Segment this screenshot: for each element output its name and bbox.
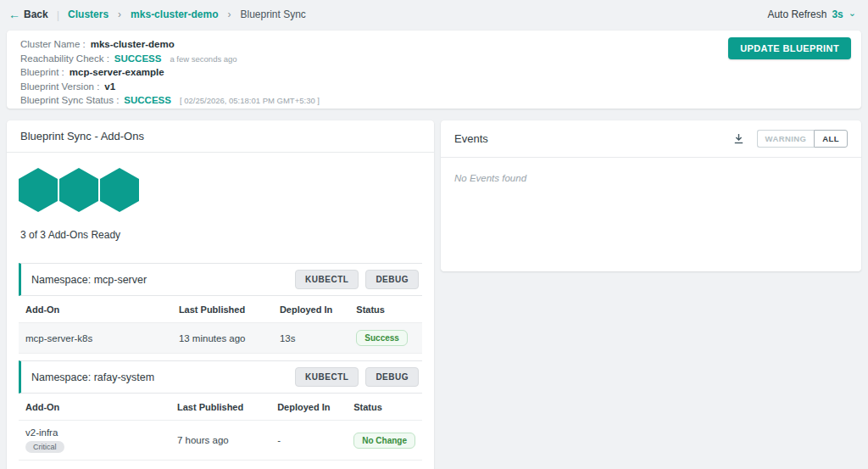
table-row: v2-infra Critical 7 hours ago - No Chang…: [19, 421, 422, 461]
cluster-info-card: Cluster Name : mks-cluster-demo Reachabi…: [7, 31, 861, 109]
deployed-in-cell: -: [270, 461, 347, 469]
breadcrumb-separator: ›: [115, 8, 124, 20]
status-badge: No Change: [353, 433, 415, 449]
addon-name-cell: v2-infra Critical: [19, 421, 170, 461]
sync-status-label: Blueprint Sync Status :: [20, 95, 119, 105]
reachability-time: a few seconds ago: [170, 54, 236, 64]
column-header-last-published: Last Published: [172, 296, 273, 323]
deployed-in-cell: 13s: [273, 323, 349, 354]
breadcrumb-cluster-link[interactable]: mks-cluster-demo: [131, 8, 218, 20]
table-row: v2-edge-client Critical 7 hours ago - No…: [19, 461, 422, 469]
last-published-cell: 13 minutes ago: [172, 323, 273, 354]
cluster-name-label: Cluster Name :: [20, 39, 86, 49]
addons-panel: Blueprint Sync - Add-Ons 3 of 3 Add-Ons …: [7, 120, 434, 469]
last-published-cell: 7 hours ago: [170, 421, 270, 461]
auto-refresh-value[interactable]: 3s: [832, 8, 843, 20]
events-panel-title: Events: [454, 132, 488, 145]
addon-table-header-row: Add-On Last Published Deployed In Status: [19, 394, 422, 421]
events-panel-body: No Events found: [441, 158, 861, 271]
cluster-name-value: mks-cluster-demo: [91, 39, 175, 49]
filter-warning-button[interactable]: WARNING: [757, 130, 815, 148]
namespace-section-rafay-system: Namespace: rafay-system KUBECTL DEBUG Ad…: [19, 360, 422, 469]
topbar-divider: |: [55, 8, 61, 21]
breadcrumb: ← Back | Clusters › mks-cluster-demo › B…: [8, 8, 306, 21]
column-header-addon: Add-On: [19, 296, 172, 323]
addon-name-cell: mcp-server-k8s: [19, 323, 172, 354]
namespace-title: Namespace: mcp-server: [31, 274, 147, 286]
critical-tag-badge: Critical: [25, 441, 64, 453]
back-button[interactable]: ← Back: [8, 8, 48, 20]
addons-panel-header: Blueprint Sync - Add-Ons: [7, 120, 434, 153]
reachability-label: Reachability Check :: [20, 53, 109, 64]
reachability-row: Reachability Check : SUCCESS a few secon…: [20, 53, 848, 64]
events-panel: Events WARNING ALL No Events found: [441, 120, 861, 271]
breadcrumb-clusters-link[interactable]: Clusters: [68, 8, 108, 20]
column-header-status: Status: [349, 296, 422, 323]
namespace-header: Namespace: mcp-server KUBECTL DEBUG: [19, 263, 422, 296]
column-header-last-published: Last Published: [170, 394, 270, 421]
sync-status-badge: SUCCESS: [124, 95, 171, 105]
addon-table: Add-On Last Published Deployed In Status…: [19, 394, 422, 469]
chevron-down-icon[interactable]: ⌄: [849, 8, 856, 18]
update-blueprint-button[interactable]: UPDATE BLUEPRINT: [728, 37, 851, 59]
last-published-cell: 7 hours ago: [170, 461, 270, 469]
main-content: Blueprint Sync - Add-Ons 3 of 3 Add-Ons …: [7, 120, 861, 469]
debug-button[interactable]: DEBUG: [365, 270, 419, 289]
addons-panel-body: 3 of 3 Add-Ons Ready Namespace: mcp-serv…: [7, 153, 434, 469]
status-badge: Success: [356, 330, 408, 346]
addon-table: Add-On Last Published Deployed In Status…: [19, 296, 422, 354]
cluster-name-row: Cluster Name : mks-cluster-demo: [20, 39, 848, 49]
topbar: ← Back | Clusters › mks-cluster-demo › B…: [0, 0, 868, 29]
addon-hexagon-icon[interactable]: [100, 168, 139, 212]
back-label: Back: [24, 8, 48, 20]
namespace-header: Namespace: rafay-system KUBECTL DEBUG: [19, 360, 422, 394]
addon-table-header-row: Add-On Last Published Deployed In Status: [19, 296, 422, 323]
blueprint-value: mcp-server-example: [70, 67, 164, 77]
addon-name-cell: v2-edge-client Critical: [19, 461, 170, 469]
blueprint-version-label: Blueprint Version :: [20, 81, 99, 92]
back-arrow-icon: ←: [8, 8, 20, 20]
reachability-status-badge: SUCCESS: [114, 53, 162, 64]
blueprint-label: Blueprint :: [20, 67, 64, 77]
namespace-section-mcp-server: Namespace: mcp-server KUBECTL DEBUG Add-…: [19, 263, 422, 354]
blueprint-row: Blueprint : mcp-server-example: [20, 67, 848, 77]
addon-hexagon-icon[interactable]: [59, 168, 98, 212]
download-events-button[interactable]: [732, 132, 745, 145]
addon-hexagons: [19, 168, 422, 212]
namespace-title: Namespace: rafay-system: [31, 371, 154, 383]
events-panel-header: Events WARNING ALL: [441, 120, 861, 158]
addons-ready-text: 3 of 3 Add-Ons Ready: [20, 229, 422, 241]
addon-name: v2-infra: [25, 427, 164, 438]
column-header-deployed-in: Deployed In: [273, 296, 349, 323]
addon-hexagon-icon[interactable]: [19, 168, 58, 212]
auto-refresh-label: Auto Refresh: [767, 8, 826, 20]
events-filter-toggle: WARNING ALL: [757, 130, 848, 148]
sync-status-row: Blueprint Sync Status : SUCCESS [ 02/25/…: [20, 95, 848, 105]
filter-all-button[interactable]: ALL: [814, 130, 848, 148]
kubectl-button[interactable]: KUBECTL: [295, 367, 359, 387]
auto-refresh-control[interactable]: Auto Refresh 3s ⌄: [767, 8, 856, 20]
blueprint-version-row: Blueprint Version : v1: [20, 81, 848, 92]
breadcrumb-separator: ›: [225, 8, 233, 20]
namespace-actions: KUBECTL DEBUG: [295, 270, 419, 289]
deployed-in-cell: -: [270, 421, 347, 461]
column-header-deployed-in: Deployed In: [270, 394, 347, 421]
column-header-status: Status: [347, 394, 422, 421]
namespace-actions: KUBECTL DEBUG: [295, 367, 419, 387]
addons-panel-title: Blueprint Sync - Add-Ons: [20, 130, 144, 142]
blueprint-version-value: v1: [104, 81, 115, 92]
kubectl-button[interactable]: KUBECTL: [295, 270, 359, 289]
sync-timestamp: [ 02/25/2026, 05:18:01 PM GMT+5:30 ]: [180, 96, 320, 105]
download-icon: [732, 132, 745, 145]
no-events-message: No Events found: [454, 173, 526, 183]
debug-button[interactable]: DEBUG: [365, 367, 419, 387]
breadcrumb-current-page: Blueprint Sync: [240, 8, 305, 20]
table-row: mcp-server-k8s 13 minutes ago 13s Succes…: [19, 323, 422, 354]
events-header-actions: WARNING ALL: [732, 130, 848, 148]
column-header-addon: Add-On: [19, 394, 170, 421]
